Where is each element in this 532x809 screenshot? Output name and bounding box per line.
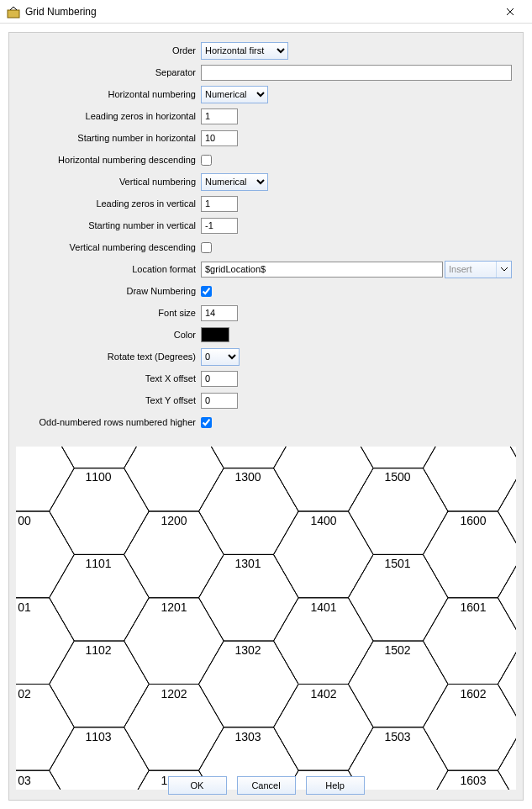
app-icon xyxy=(7,5,20,19)
hex-label: 1601 xyxy=(460,600,486,614)
svg-rect-0 xyxy=(8,10,19,18)
main-panel: Order Horizontal first Separator Horizon… xyxy=(8,32,524,801)
locfmt-input[interactable] xyxy=(201,262,443,278)
label-oddrows: Odd-numbered rows numbered higher xyxy=(18,417,201,427)
chevron-down-icon xyxy=(496,262,511,278)
snh-input[interactable] xyxy=(201,130,238,146)
hex-label: 1600 xyxy=(460,514,486,527)
hex-label: 1300 xyxy=(234,470,261,484)
cancel-button[interactable]: Cancel xyxy=(237,776,296,795)
label-tx: Text X offset xyxy=(18,373,201,383)
hex-label: 1501 xyxy=(384,557,410,570)
hnd-checkbox[interactable] xyxy=(201,155,212,166)
hex-label: 1101 xyxy=(85,557,111,570)
window-title: Grid Numbering xyxy=(25,6,495,18)
oddrows-checkbox[interactable] xyxy=(201,417,212,428)
hex-label: 1200 xyxy=(161,514,187,527)
snv-input[interactable] xyxy=(201,218,238,234)
label-separator: Separator xyxy=(18,67,201,77)
help-button[interactable]: Help xyxy=(306,776,365,795)
hex-label: 1401 xyxy=(310,600,336,614)
hex-label: 1503 xyxy=(384,730,410,743)
label-vnd: Vertical numbering descending xyxy=(18,242,201,252)
hex-label: 1402 xyxy=(310,687,336,701)
close-button[interactable] xyxy=(495,3,525,20)
content-area: Order Horizontal first Separator Horizon… xyxy=(0,24,532,809)
titlebar: Grid Numbering xyxy=(0,0,532,24)
hex-label: 1103 xyxy=(85,730,111,743)
tx-input[interactable] xyxy=(201,371,238,387)
hex-label: 1100 xyxy=(85,470,111,484)
fontsize-input[interactable] xyxy=(201,305,238,321)
separator-input[interactable] xyxy=(201,65,512,81)
label-drawnum: Draw Numbering xyxy=(18,286,201,296)
hex-label: 00 xyxy=(18,514,31,527)
vnd-checkbox[interactable] xyxy=(201,242,212,253)
hex-label: 1602 xyxy=(460,687,486,701)
hex-label: 1102 xyxy=(85,643,111,657)
label-snv: Starting number in vertical xyxy=(18,220,201,230)
label-locfmt: Location format xyxy=(18,264,201,274)
label-vnum: Vertical numbering xyxy=(18,177,201,187)
drawnum-checkbox[interactable] xyxy=(201,286,212,297)
color-swatch[interactable] xyxy=(201,327,229,342)
label-lzh: Leading zeros in horizontal xyxy=(18,111,201,121)
lzh-input[interactable] xyxy=(201,108,238,124)
hex-label: 1400 xyxy=(310,514,336,527)
insert-combo[interactable]: Insert xyxy=(445,261,512,278)
hex-label: 1303 xyxy=(234,730,261,743)
label-rotate: Rotate text (Degrees) xyxy=(18,352,201,362)
label-color: Color xyxy=(18,330,201,340)
label-lzv: Leading zeros in vertical xyxy=(18,198,201,209)
form-area: Order Horizontal first Separator Horizon… xyxy=(9,33,523,436)
label-order: Order xyxy=(18,45,201,56)
label-snh: Starting number in horizontal xyxy=(18,133,201,143)
hex-label: 1202 xyxy=(161,687,187,701)
hex-label: 1500 xyxy=(384,470,410,484)
vnum-select[interactable]: Numerical xyxy=(201,173,268,191)
hex-label: 1302 xyxy=(234,643,261,657)
hex-label: 01 xyxy=(18,600,31,614)
hex-label: 1502 xyxy=(384,643,410,657)
hex-label: 1201 xyxy=(161,600,187,614)
rotate-select[interactable]: 0 xyxy=(201,348,240,366)
hnum-select[interactable]: Numerical xyxy=(201,86,268,103)
ok-button[interactable]: OK xyxy=(168,776,227,795)
label-hnd: Horizontal numbering descending xyxy=(18,155,201,165)
lzv-input[interactable] xyxy=(201,196,238,212)
ty-input[interactable] xyxy=(201,393,238,409)
label-hnum: Horizontal numbering xyxy=(18,89,201,99)
order-select[interactable]: Horizontal first xyxy=(201,42,288,60)
button-bar: OK Cancel Help xyxy=(9,771,523,800)
insert-label: Insert xyxy=(449,264,472,274)
hex-preview: 1100130015000012001400160011011301150101… xyxy=(16,447,516,790)
label-ty: Text Y offset xyxy=(18,395,201,405)
label-fontsize: Font size xyxy=(18,308,201,318)
hex-label: 02 xyxy=(18,687,31,701)
hex-label: 1301 xyxy=(234,557,261,570)
